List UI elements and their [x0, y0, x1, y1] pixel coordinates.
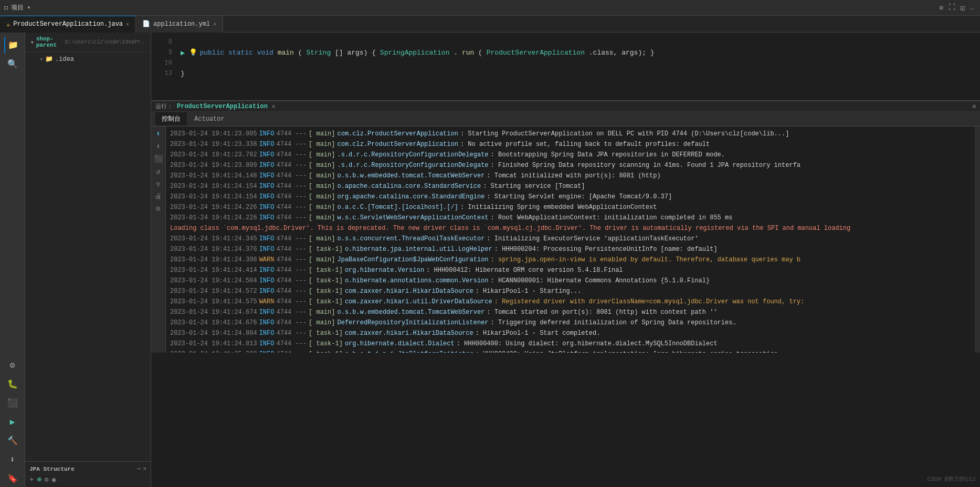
scroll-bottom-icon[interactable]: ⬇ — [153, 141, 163, 152]
log-error-line: Loading class `com.mysql.jdbc.Driver'. T… — [166, 223, 975, 234]
jpa-dot-icon[interactable]: ◉ — [52, 475, 56, 484]
thr-12: [ main] — [309, 255, 335, 264]
lvl-3: INFO — [259, 150, 275, 160]
thr-19: [ task-1] — [309, 329, 343, 338]
thr-15: [ task-1] — [309, 287, 343, 296]
fold-icon[interactable]: ⊟ — [153, 204, 163, 214]
jpa-gear-icon[interactable]: ⚙ — [45, 475, 49, 484]
jpa-dots-icon[interactable]: ⋯ — [137, 465, 141, 473]
scrollbar[interactable] — [975, 126, 980, 353]
lvl-5: INFO — [259, 171, 275, 181]
log-line-11: 2023-01-24 19:41:24.376 INFO 4744 --- [ … — [166, 244, 975, 255]
ts-5: 2023-01-24 19:41:24.148 — [170, 171, 257, 181]
collapse-icon[interactable]: ▾ — [30, 39, 34, 46]
thr-17: [ main] — [309, 308, 335, 317]
pid-17: 4744 --- — [276, 308, 307, 317]
msg-19: : HikariPool-1 - Start completed. — [476, 329, 971, 338]
ts-21: 2023-01-24 19:41:25.208 — [170, 350, 257, 353]
ts-7: 2023-01-24 19:41:24.154 — [170, 192, 257, 202]
tab-yml-close[interactable]: ✕ — [213, 21, 216, 27]
jpa-entity-icon[interactable]: ⊕ — [37, 475, 41, 484]
jpa-panel-icons: ⋯ ✕ — [137, 465, 146, 473]
ts-3: 2023-01-24 19:41:23.762 — [170, 150, 257, 160]
top-bar-icons: ⊙ ⛶ ◱ … — [938, 3, 976, 13]
project-dropdown-icon[interactable]: ▾ — [27, 4, 30, 12]
tab-java-close[interactable]: ✕ — [126, 21, 129, 27]
lvl-9: INFO — [259, 213, 275, 223]
sidebar-icon-settings[interactable]: ⚙ — [4, 357, 21, 374]
sidebar-icon-bookmark[interactable]: 🔖 — [4, 470, 21, 487]
filter-icon[interactable]: ▽ — [153, 179, 163, 189]
ts-15: 2023-01-24 19:41:24.572 — [170, 287, 257, 296]
tab-console[interactable]: 控制台 — [155, 112, 187, 125]
log-line-19: 2023-01-24 19:41:24.804 INFO 4744 --- [ … — [166, 328, 975, 338]
tab-yml[interactable]: 📄 application.yml ✕ — [136, 16, 223, 33]
project-name: shop-parent — [36, 36, 63, 48]
sidebar-icon-stop[interactable]: ⬛ — [4, 395, 21, 411]
settings-icon-run[interactable]: ⚙ — [972, 103, 976, 110]
print-icon[interactable]: 🖨 — [153, 192, 163, 202]
run-info-bar: 运行： ProductServerApplication ✕ ⚙ — [151, 101, 980, 112]
cls-16: com.zaxxer.hikari.util.DriverDataSource — [345, 297, 492, 306]
ts-1: 2023-01-24 19:41:23.005 — [170, 129, 257, 139]
msg-18: : Triggering deferred initialization of … — [491, 318, 971, 327]
arrow-icon: ▾ — [40, 56, 43, 62]
jpa-close-icon[interactable]: ✕ — [143, 465, 146, 473]
sidebar-icon-search[interactable]: 🔍 — [4, 56, 21, 72]
console-output[interactable]: 2023-01-24 19:41:23.005 INFO 4744 --- [ … — [166, 126, 975, 353]
search-icon[interactable]: ⊙ — [938, 3, 945, 13]
tree-item-idea[interactable]: ▾ 📁 .idea — [25, 54, 151, 64]
bottom-tabs: 控制台 Actuator — [151, 112, 980, 126]
layout-icon[interactable]: ◱ — [959, 3, 966, 13]
tab-yml-label: application.yml — [153, 20, 210, 28]
log-line-13: 2023-01-24 19:41:24.414 INFO 4744 --- [ … — [166, 265, 975, 276]
scroll-top-icon[interactable]: ⬆ — [153, 129, 163, 139]
rerun-icon[interactable]: ↺ — [153, 166, 163, 177]
pid-6: 4744 --- — [276, 182, 307, 191]
lvl-18: INFO — [259, 318, 275, 327]
cls-21: o.h.e.t.j.p.i.JtaPlatformInitiator — [345, 350, 473, 353]
more-icon[interactable]: … — [968, 3, 976, 13]
ts-6: 2023-01-24 19:41:24.154 — [170, 182, 257, 191]
watermark: CSDN @努力的clz — [928, 475, 976, 483]
tab-java[interactable]: ☕ ProductServerApplication.java ✕ — [0, 16, 136, 33]
line-num-8: 8 — [155, 38, 172, 46]
yml-file-icon: 📄 — [142, 20, 150, 28]
jpa-label: JPA Structure — [29, 466, 75, 472]
stop-icon[interactable]: ⬛ — [153, 154, 163, 164]
log-line-16: 2023-01-24 19:41:24.575 WARN 4744 --- [ … — [166, 297, 975, 307]
ts-8: 2023-01-24 19:41:24.226 — [170, 203, 257, 212]
msg-21: : HHH000490: Using JtaPlatform implement… — [476, 350, 971, 353]
ts-17: 2023-01-24 19:41:24.674 — [170, 308, 257, 317]
tab-console-label: 控制台 — [162, 115, 181, 123]
msg-2: : No active profile set, falling back to… — [460, 140, 971, 149]
tab-actuator[interactable]: Actuator — [188, 113, 231, 125]
jpa-toolbar: + ⊕ ⚙ ◉ — [29, 475, 146, 484]
log-line-17: 2023-01-24 19:41:24.674 INFO 4744 --- [ … — [166, 307, 975, 317]
msg-14: : HCANN000001: Hibernate Commons Annotat… — [491, 276, 971, 285]
java-file-icon: ☕ — [6, 20, 10, 28]
pid-19: 4744 --- — [276, 329, 307, 338]
ts-14: 2023-01-24 19:41:24.504 — [170, 276, 257, 285]
run-close-icon[interactable]: ✕ — [272, 103, 276, 110]
thr-14: [ task-1] — [309, 276, 343, 285]
project-label: 项目 — [11, 3, 24, 12]
line-num-10: 10 — [155, 59, 172, 67]
lightbulb-icon[interactable]: 💡 — [189, 48, 197, 57]
sidebar-icon-build[interactable]: 🔨 — [4, 432, 21, 449]
sidebar-icon-debug[interactable]: 🐛 — [4, 376, 21, 393]
jpa-add-icon[interactable]: + — [29, 475, 34, 484]
sidebar-icon-run[interactable]: ▶ — [4, 414, 21, 430]
cls-9: w.s.c.ServletWebServerApplicationContext — [337, 213, 488, 223]
sidebar-icon-down[interactable]: ⬇ — [4, 451, 21, 468]
log-line-21: 2023-01-24 19:41:25.208 INFO 4744 --- [ … — [166, 349, 975, 353]
cls-15: com.zaxxer.hikari.HikariDataSource — [345, 287, 473, 296]
run-button[interactable]: ▶ — [181, 48, 185, 57]
expand-icon[interactable]: ⛶ — [947, 3, 957, 13]
line-num-9: 9 — [155, 49, 172, 56]
thr-18: [ main] — [309, 318, 335, 327]
thr-13: [ task-1] — [309, 266, 343, 275]
cls-10: o.s.s.concurrent.ThreadPoolTaskExecutor — [337, 234, 484, 244]
lvl-15: INFO — [259, 287, 275, 296]
sidebar-icon-project[interactable]: 📁 — [4, 37, 21, 54]
